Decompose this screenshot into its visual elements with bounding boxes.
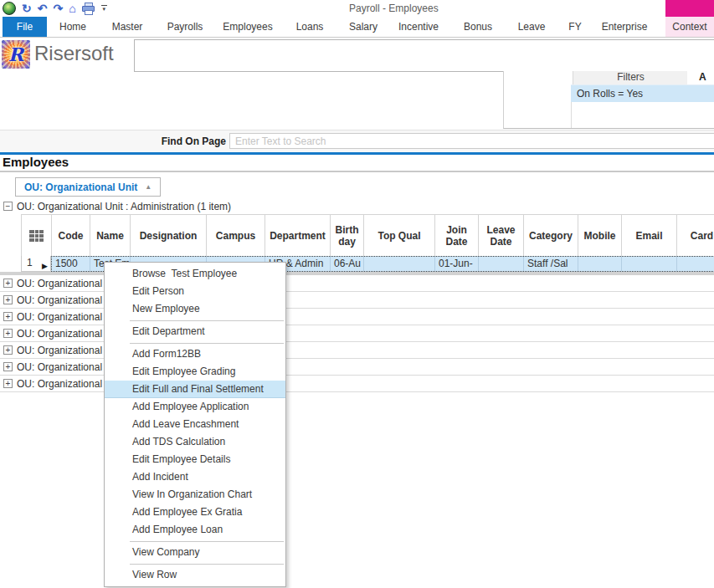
row-number-cell[interactable]: 1 ▶ [21, 256, 51, 272]
column-header-email[interactable]: Email [622, 215, 677, 257]
column-header-campus[interactable]: Campus [207, 215, 265, 257]
undo-icon[interactable]: ↶ [38, 2, 48, 15]
collapse-group-icon[interactable]: − [3, 202, 13, 211]
tab-actions[interactable]: A [687, 71, 714, 84]
menu-item-add-incident[interactable]: Add Incident [105, 468, 285, 486]
menu-item-browse-test-employee[interactable]: Browse Test Employee [105, 265, 285, 283]
app-icon[interactable] [3, 2, 16, 15]
page-title-divider [0, 171, 714, 172]
column-header-leave[interactable]: Leave Date [479, 215, 524, 257]
menu-item-add-employee-loan[interactable]: Add Employee Loan [105, 521, 285, 539]
column-header-code[interactable]: Code [52, 215, 90, 257]
expand-group-icon[interactable]: + [3, 329, 13, 338]
qat-customize-icon[interactable]: ▾ [100, 5, 108, 12]
filter-item[interactable]: On Rolls = Yes [571, 84, 714, 103]
find-on-page-label: Find On Page [109, 135, 226, 147]
column-header-card[interactable]: Card [677, 215, 714, 257]
collapsed-group-text: OU: Organizational [17, 378, 102, 390]
menu-item-edit-person[interactable]: Edit Person [105, 283, 285, 300]
cell-leave [479, 257, 524, 271]
logo-letter: R [8, 43, 23, 65]
collapsed-group-text: OU: Organizational [17, 345, 102, 356]
ribbon-tab-bar: FileHomeMasterPayrollsEmployeesLoansSala… [0, 17, 714, 38]
collapsed-group-text: OU: Organizational [17, 361, 102, 373]
filters-empty-area [571, 102, 714, 128]
collapsed-group-text: OU: Organizational [17, 294, 102, 306]
menu-item-edit-department[interactable]: Edit Department [105, 323, 285, 340]
title-bar: ↻ ↶ ↷ ⌂ ▾ Payroll - Employees [0, 0, 714, 17]
column-header-join[interactable]: Join Date [435, 215, 479, 257]
menu-separator [130, 343, 284, 344]
column-header-topqual[interactable]: Top Qual [364, 215, 435, 257]
menu-item-edit-full-and-final-settlement[interactable]: Edit Full and Final Settlement [105, 381, 285, 398]
cell-birthday: 06-Au [331, 257, 364, 271]
menu-separator [130, 541, 284, 542]
cell-topqual [364, 257, 435, 271]
tab-employees[interactable]: Employees [214, 17, 281, 37]
menu-item-add-tds-calculation[interactable]: Add TDS Calculation [105, 433, 285, 451]
filters-panel: Filters A On Rolls = Yes [503, 71, 714, 129]
menu-item-add-employee-ex-gratia[interactable]: Add Employee Ex Gratia [105, 504, 285, 521]
group-header-row: − OU: Organizational Unit : Administrati… [0, 200, 714, 212]
sort-asc-icon: ▲ [145, 183, 152, 191]
cell-email [622, 257, 677, 271]
column-header-selector[interactable] [22, 215, 52, 257]
window-title: Payroll - Employees [349, 3, 439, 14]
quick-access-toolbar: ↻ ↶ ↷ ⌂ ▾ [3, 1, 108, 16]
tab-bonus[interactable]: Bonus [449, 17, 507, 37]
expand-group-icon[interactable]: + [3, 295, 13, 304]
accent-divider [0, 152, 714, 155]
tab-context[interactable]: Context [665, 17, 714, 37]
search-input[interactable] [229, 133, 714, 149]
redo-icon[interactable]: ↷ [53, 2, 63, 15]
menu-separator [130, 564, 284, 565]
menu-separator [130, 320, 284, 321]
menu-item-view-in-organization-chart[interactable]: View In Organization Chart [105, 486, 285, 504]
app-window: ↻ ↶ ↷ ⌂ ▾ Payroll - Employees FileHomeMa… [0, 0, 714, 588]
find-on-page-bar: Find On Page [0, 130, 714, 153]
menu-item-edit-employee-details[interactable]: Edit Employee Details [105, 451, 285, 468]
cell-category: Staff /Sal [524, 257, 578, 271]
column-header-name[interactable]: Name [90, 215, 131, 257]
menu-item-add-leave-encashment[interactable]: Add Leave Encashment [105, 416, 285, 433]
menu-item-view-company[interactable]: View Company [105, 544, 285, 561]
tab-salary[interactable]: Salary [338, 17, 388, 37]
context-group-strip [665, 0, 714, 17]
row-number: 1 [27, 257, 33, 268]
print-icon[interactable] [82, 3, 95, 14]
cell-mobile [578, 257, 622, 271]
tab-file[interactable]: File [3, 17, 47, 37]
context-menu: Browse Test EmployeeEdit PersonNew Emplo… [104, 262, 286, 587]
menu-item-edit-employee-grading[interactable]: Edit Employee Grading [105, 363, 285, 381]
group-by-chip[interactable]: OU: Organizational Unit ▲ [15, 177, 161, 197]
table-grid-icon [29, 230, 44, 242]
column-header-mobile[interactable]: Mobile [578, 215, 622, 257]
menu-item-view-row[interactable]: View Row [105, 566, 285, 584]
expand-group-icon[interactable]: + [3, 279, 13, 288]
group-by-label: OU: Organizational Unit [24, 182, 137, 193]
home-icon[interactable]: ⌂ [69, 2, 75, 15]
expand-group-icon[interactable]: + [3, 379, 13, 388]
menu-item-add-employee-application[interactable]: Add Employee Application [105, 398, 285, 416]
column-header-category[interactable]: Category [524, 215, 578, 257]
tab-leave[interactable]: Leave [507, 17, 556, 37]
tab-master[interactable]: Master [99, 17, 156, 37]
tab-incentive[interactable]: Incentive [388, 17, 449, 37]
expand-group-icon[interactable]: + [3, 345, 13, 355]
refresh-icon[interactable]: ↻ [22, 2, 32, 15]
column-header-birthday[interactable]: Birth day [331, 215, 364, 257]
tab-filters[interactable]: Filters [573, 71, 688, 84]
column-header-department[interactable]: Department [265, 215, 331, 257]
tab-home[interactable]: Home [47, 17, 99, 37]
column-header-designation[interactable]: Designation [131, 215, 207, 257]
expand-group-icon[interactable]: + [3, 312, 13, 321]
tab-fy[interactable]: FY [556, 17, 594, 37]
cell-card [677, 257, 714, 271]
print-icon-part [85, 10, 93, 15]
menu-item-new-employee[interactable]: New Employee [105, 300, 285, 318]
expand-group-icon[interactable]: + [3, 362, 13, 371]
tab-enterprise[interactable]: Enterprise [594, 17, 655, 37]
menu-item-add-form12bb[interactable]: Add Form12BB [105, 345, 285, 363]
tab-loans[interactable]: Loans [281, 17, 338, 37]
tab-payrolls[interactable]: Payrolls [156, 17, 214, 37]
